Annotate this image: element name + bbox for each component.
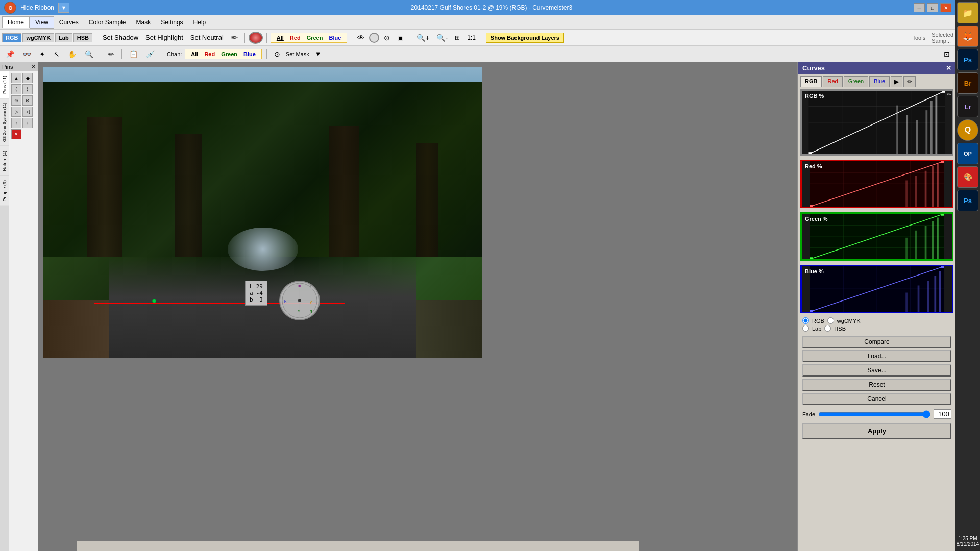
menu-color-sample[interactable]: Color Sample [84, 17, 131, 28]
mode-lab[interactable]: Lab [55, 33, 72, 42]
pin-icon-10[interactable]: ↓ [22, 118, 33, 128]
pin-icon-6[interactable]: ⊗ [22, 95, 33, 106]
chan-all[interactable]: All [274, 34, 286, 41]
minimize-btn[interactable]: ─ [914, 3, 925, 12]
apply-btn[interactable]: Apply [802, 423, 951, 439]
tool-eyes[interactable]: 👁 [355, 32, 367, 43]
chan2-all[interactable]: All [188, 51, 201, 58]
set-highlight-btn[interactable]: Set Highlight [143, 32, 186, 43]
color-swatch[interactable] [249, 32, 263, 44]
chan-blue[interactable]: Blue [326, 34, 344, 41]
tool-cursor[interactable]: ↖ [51, 48, 62, 60]
rgb-edit-icon[interactable]: ✏ [947, 92, 951, 97]
tool-glasses[interactable]: 👓 [20, 48, 34, 60]
ch-tab-edit[interactable]: ✏ [903, 76, 916, 87]
zoom-out[interactable]: 🔍- [434, 32, 450, 43]
zoom-actual[interactable]: 1:1 [464, 33, 478, 43]
zoom-fit[interactable]: ⊞ [452, 33, 462, 43]
mask-dropdown[interactable]: ▼ [312, 48, 324, 59]
set-shadow-btn[interactable]: Set Shadow [100, 32, 141, 43]
rgb-curve-box[interactable]: RGB % ✏ [800, 89, 953, 156]
tool-circle[interactable] [369, 33, 379, 43]
chan-red[interactable]: Red [287, 34, 303, 41]
ch-tab-green[interactable]: Green [844, 76, 869, 87]
tab-people[interactable]: People (9) [0, 176, 9, 206]
pin-icon-2[interactable]: ◆ [22, 73, 33, 83]
pin-icon-1[interactable]: ▲ [11, 73, 21, 83]
pins-minimize[interactable]: ✕ [31, 63, 36, 70]
taskbar-ps2[interactable]: Ps [957, 190, 978, 211]
tool-pencil[interactable]: ✏ [106, 48, 117, 60]
pin-icon-8[interactable]: ◁ [22, 107, 33, 117]
cancel-btn[interactable]: Cancel [802, 393, 951, 405]
radio-lab[interactable] [802, 325, 809, 332]
fade-slider[interactable] [818, 410, 930, 418]
blue-curve-box[interactable]: Blue % [800, 265, 953, 313]
ch-tab-rgb[interactable]: RGB [800, 76, 822, 87]
red-curve-box[interactable]: Red % [800, 160, 953, 208]
ch-tab-forward[interactable]: ▶ [891, 76, 902, 87]
menu-curves[interactable]: Curves [54, 17, 84, 28]
tool-square[interactable]: ▣ [395, 32, 406, 43]
tool-eye2[interactable]: ⊙ [381, 32, 393, 43]
tool-pin[interactable]: 📌 [3, 48, 17, 60]
save-btn[interactable]: Save... [802, 364, 951, 377]
menu-view[interactable]: View [30, 16, 54, 29]
pin-icon-9[interactable]: ↑ [11, 118, 21, 128]
radio-wgcmyk[interactable] [827, 317, 834, 324]
eyedropper-icon[interactable]: ✒ [228, 31, 241, 45]
pin-icon-5[interactable]: ⊕ [11, 95, 21, 106]
fade-value-input[interactable] [934, 409, 951, 419]
mode-hsb[interactable]: HSB [74, 33, 92, 42]
menu-mask[interactable]: Mask [131, 17, 156, 28]
maximize-btn[interactable]: □ [927, 3, 938, 12]
set-neutral-btn[interactable]: Set Neutral [188, 32, 226, 43]
tool-magnify[interactable]: 🔍 [82, 48, 96, 60]
chan-green[interactable]: Green [304, 34, 326, 41]
app-icon[interactable]: ⚙ [4, 2, 16, 14]
menu-settings[interactable]: Settings [156, 17, 188, 28]
tool-star[interactable]: ✦ [37, 48, 48, 60]
tool-copy[interactable]: 📋 [127, 48, 140, 60]
taskbar-firefox[interactable]: 🦊 [957, 26, 978, 47]
taskbar-q[interactable]: Q [957, 119, 978, 141]
tool-dropper[interactable]: 💉 [143, 48, 157, 60]
taskbar-op[interactable]: OP [957, 143, 978, 164]
radio-hsb[interactable] [824, 325, 831, 332]
ch-tab-blue[interactable]: Blue [869, 76, 890, 87]
mode-rgb[interactable]: RGB [2, 33, 21, 42]
reset-btn[interactable]: Reset [802, 379, 951, 391]
ribbon-dropdown[interactable]: ▼ [58, 3, 69, 13]
chan2-red[interactable]: Red [202, 51, 217, 58]
chan2-green[interactable]: Green [218, 51, 240, 58]
chan2-blue[interactable]: Blue [241, 51, 258, 58]
taskbar-lr[interactable]: Lr [957, 96, 978, 117]
pin-icon-4[interactable]: ⟩ [22, 84, 33, 94]
menu-home[interactable]: Home [2, 16, 30, 28]
pin-icon-11[interactable]: ✕ [11, 129, 21, 139]
compare-btn[interactable]: Compare [802, 336, 951, 348]
load-btn[interactable]: Load... [802, 350, 951, 362]
taskbar-adobe[interactable]: 🎨 [957, 166, 978, 188]
menu-help[interactable]: Help [188, 17, 211, 28]
green-curve-box[interactable]: Green % [800, 212, 953, 261]
tool-hand[interactable]: ✋ [65, 48, 79, 60]
taskbar-ps1[interactable]: Ps [957, 49, 978, 70]
pin-icon-7[interactable]: ▷ [11, 107, 21, 117]
curves-close-btn[interactable]: ✕ [946, 64, 951, 72]
hide-ribbon-btn[interactable]: Hide Ribbon [20, 4, 54, 11]
mode-wgcmyk[interactable]: wgCMYK [22, 33, 54, 42]
view-icon[interactable]: ⊡ [941, 48, 952, 60]
tab-nature[interactable]: Nature (4) [0, 146, 9, 176]
tool-mask-eye[interactable]: ⊙ [272, 48, 283, 60]
close-btn[interactable]: ✕ [940, 3, 951, 12]
taskbar-files[interactable]: 📁 [957, 2, 978, 23]
ch-tab-red[interactable]: Red [823, 76, 842, 87]
zoom-in[interactable]: 🔍+ [414, 32, 432, 43]
tab-pins[interactable]: Pins (11) [0, 71, 9, 98]
image-canvas[interactable]: L 29 a -4 b -3 [43, 67, 482, 358]
show-bg-btn[interactable]: Show Background Layers [486, 33, 564, 43]
tab-gs[interactable]: GS Zone System (11) [0, 98, 9, 146]
taskbar-br[interactable]: Br [957, 72, 978, 94]
radio-rgb[interactable] [802, 317, 809, 324]
